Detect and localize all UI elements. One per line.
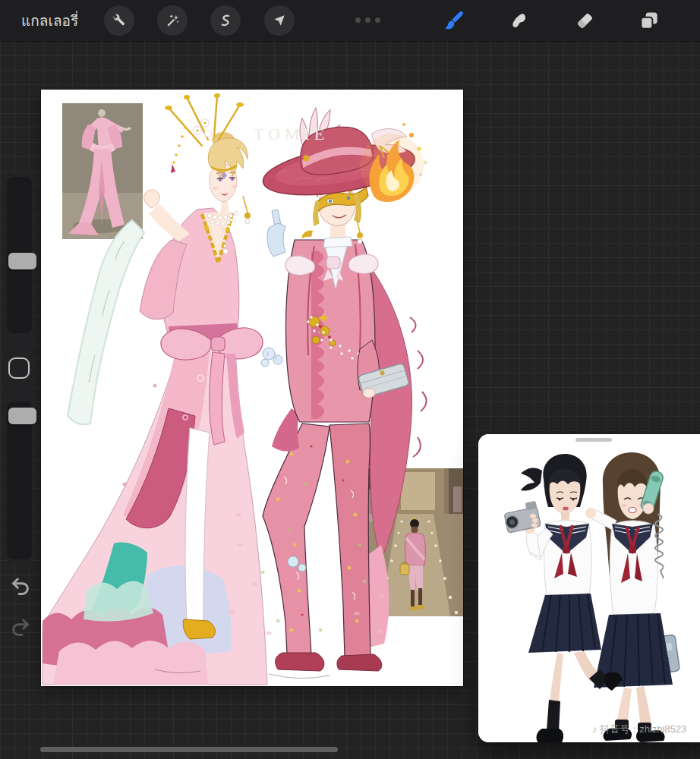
actions-button[interactable] — [104, 5, 134, 36]
kimono-reference-photo — [62, 103, 143, 239]
opacity-handle[interactable] — [8, 408, 36, 424]
gallery-button[interactable]: แกลเลอรี่ — [21, 0, 78, 41]
reference-watermark-text: 抖音号：zhizhi8523 — [600, 723, 686, 735]
reference-watermark: ♪ 抖音号：zhizhi8523 — [592, 723, 686, 736]
top-toolbar: แกลเลอรี่ — [0, 0, 700, 42]
transform-arrow-icon — [272, 13, 287, 28]
modify-button[interactable] — [8, 357, 30, 379]
magic-wand-icon — [165, 13, 181, 29]
wrench-icon — [112, 13, 128, 29]
artwork-watermark: TOMIE — [254, 124, 329, 144]
workspace-background: TOMIE — [0, 41, 700, 759]
smudge-tool-button[interactable] — [506, 8, 531, 33]
music-note-icon: ♪ — [592, 723, 598, 735]
selection-button[interactable] — [210, 5, 241, 36]
layers-icon — [638, 9, 661, 32]
side-toolbar — [4, 174, 35, 562]
canvas-options-dots[interactable] — [355, 17, 380, 23]
artwork-illustration — [41, 90, 463, 686]
drag-handle[interactable] — [575, 438, 612, 442]
drawing-canvas[interactable]: TOMIE — [41, 90, 463, 686]
gallery-label: แกลเลอรี่ — [21, 9, 78, 32]
paintbrush-icon — [442, 8, 466, 33]
smudge-icon — [507, 9, 530, 32]
undo-button[interactable] — [8, 574, 33, 600]
transform-button[interactable] — [264, 5, 295, 36]
reference-window[interactable]: ♪ 抖音号：zhizhi8523 — [478, 434, 700, 742]
undo-arrow-icon — [9, 575, 32, 598]
redo-arrow-icon — [9, 616, 32, 639]
brush-size-slider[interactable] — [7, 177, 32, 333]
reference-photo — [478, 434, 700, 742]
procreate-screen: แกลเลอรี่ — [0, 0, 700, 759]
adjustments-button[interactable] — [157, 5, 188, 36]
opacity-slider[interactable] — [7, 402, 32, 559]
redo-button[interactable] — [8, 615, 33, 641]
selection-s-icon — [218, 13, 234, 29]
eraser-tool-button[interactable] — [572, 8, 597, 33]
layers-button[interactable] — [637, 8, 661, 33]
brush-size-handle[interactable] — [8, 253, 36, 269]
horizontal-scrollbar[interactable] — [40, 747, 338, 752]
paint-tool-button[interactable] — [442, 8, 466, 33]
eraser-icon — [573, 9, 596, 32]
